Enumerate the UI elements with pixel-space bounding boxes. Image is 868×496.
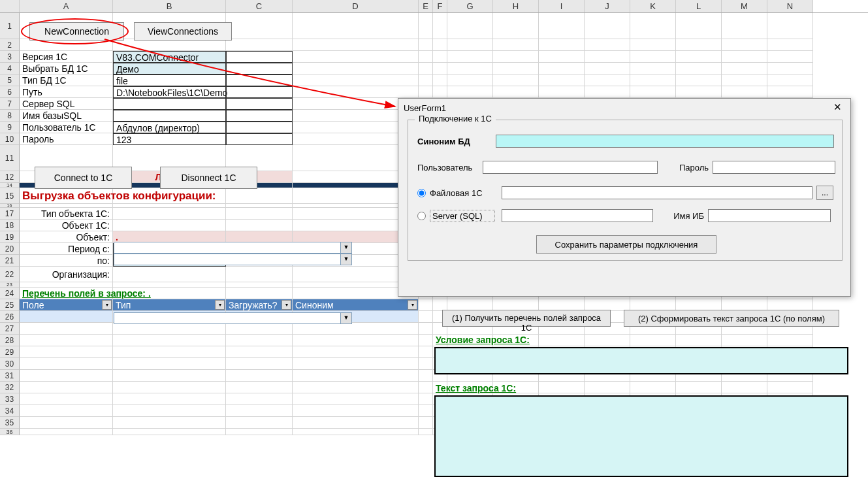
cell[interactable] <box>433 63 447 74</box>
password-input[interactable] <box>713 161 835 174</box>
col-header-B[interactable]: B <box>113 0 226 12</box>
cell[interactable] <box>493 51 539 63</box>
cell[interactable] <box>585 39 630 51</box>
col-type[interactable]: Тип▾ <box>113 299 226 311</box>
user-input[interactable] <box>483 161 658 174</box>
cell[interactable] <box>226 282 293 288</box>
cell[interactable] <box>676 63 722 74</box>
filter-icon[interactable]: ▾ <box>408 300 417 310</box>
col-synonym[interactable]: Синоним▾ <box>293 299 419 311</box>
cell[interactable] <box>767 86 813 98</box>
row-number[interactable]: 28 <box>0 335 20 346</box>
cell[interactable] <box>767 51 813 63</box>
dropdown-icon[interactable]: ▼ <box>340 313 351 323</box>
cell[interactable] <box>20 405 113 417</box>
cell[interactable] <box>293 323 419 335</box>
cell[interactable] <box>419 51 433 63</box>
cell[interactable] <box>226 405 293 417</box>
cell[interactable] <box>539 335 585 346</box>
cell[interactable] <box>226 208 293 220</box>
cell[interactable] <box>226 417 293 429</box>
cell[interactable] <box>113 188 226 204</box>
synonym-input[interactable] <box>496 135 834 148</box>
row-number[interactable]: 12 <box>0 171 20 183</box>
row-number[interactable]: 6 <box>0 86 20 98</box>
cell[interactable] <box>226 86 293 98</box>
row-number[interactable]: 14 <box>0 183 20 188</box>
label-period-from[interactable]: Период с: <box>20 243 113 255</box>
cell[interactable] <box>433 74 447 86</box>
label-obj-type[interactable]: Тип объекта 1С: <box>20 208 113 220</box>
cell[interactable] <box>226 358 293 370</box>
cell[interactable] <box>447 51 493 63</box>
cell[interactable] <box>419 63 433 74</box>
cell[interactable] <box>226 63 293 74</box>
cell[interactable] <box>493 63 539 74</box>
cell[interactable] <box>226 51 293 63</box>
row-number[interactable]: 8 <box>0 110 20 122</box>
org-dropdown[interactable]: ▼ <box>114 312 352 324</box>
label-org[interactable]: Организация: <box>20 267 113 282</box>
make-query-button[interactable]: (2) Сформировать текст запроса 1С (по по… <box>624 310 839 327</box>
value-user[interactable]: Абдулов (директор) <box>113 122 226 133</box>
corner-cell[interactable] <box>0 0 20 12</box>
cell[interactable] <box>293 39 419 51</box>
cell[interactable] <box>113 288 226 299</box>
cell[interactable] <box>20 335 113 346</box>
cell[interactable] <box>226 133 293 145</box>
cell[interactable] <box>226 267 293 282</box>
cell[interactable] <box>767 13 813 39</box>
cell[interactable] <box>226 288 293 299</box>
row-number[interactable]: 29 <box>0 346 20 358</box>
db-name-input[interactable] <box>708 209 831 222</box>
col-header-D[interactable]: D <box>293 0 419 12</box>
cell[interactable] <box>539 86 585 98</box>
cell[interactable] <box>433 86 447 98</box>
cell[interactable] <box>539 63 585 74</box>
cell[interactable] <box>493 86 539 98</box>
cell[interactable] <box>419 405 433 417</box>
cell[interactable] <box>722 335 767 346</box>
row-number[interactable]: 5 <box>0 74 20 86</box>
cell[interactable] <box>447 39 493 51</box>
cell[interactable] <box>20 39 113 51</box>
cell[interactable] <box>226 98 293 110</box>
label-path[interactable]: Путь <box>20 86 113 98</box>
cell[interactable] <box>419 358 433 370</box>
cell[interactable] <box>226 370 293 382</box>
cell[interactable] <box>419 299 433 311</box>
cell[interactable] <box>20 311 113 323</box>
row-number[interactable]: 24 <box>0 288 20 299</box>
cell[interactable] <box>20 382 113 393</box>
cell[interactable] <box>767 382 813 393</box>
cell[interactable] <box>630 382 676 393</box>
cell[interactable] <box>419 370 433 382</box>
cell[interactable] <box>113 370 226 382</box>
cell[interactable] <box>293 405 419 417</box>
row-number[interactable]: 3 <box>0 51 20 63</box>
row-number[interactable]: 23 <box>0 282 20 288</box>
cell[interactable] <box>493 13 539 39</box>
row-number[interactable]: 1 <box>0 13 20 39</box>
cell[interactable] <box>722 51 767 63</box>
cell[interactable] <box>539 382 585 393</box>
cell[interactable] <box>767 39 813 51</box>
col-header-A[interactable]: A <box>20 0 113 12</box>
cell[interactable] <box>630 335 676 346</box>
cell[interactable] <box>676 39 722 51</box>
cell[interactable] <box>113 282 226 288</box>
label-sql-db[interactable]: Имя базыSQL <box>20 110 113 122</box>
value-version[interactable]: V83.COMConnector <box>113 51 226 63</box>
cell[interactable] <box>447 74 493 86</box>
cell[interactable] <box>419 417 433 429</box>
col-header-G[interactable]: G <box>447 0 493 12</box>
cell[interactable] <box>419 74 433 86</box>
cell[interactable] <box>419 346 433 358</box>
row-number[interactable]: 25 <box>0 299 20 311</box>
obj-type-dropdown[interactable]: ▼ <box>114 242 352 254</box>
cell[interactable] <box>293 86 419 98</box>
cell[interactable] <box>676 13 722 39</box>
cell[interactable] <box>293 429 419 435</box>
cell[interactable] <box>585 86 630 98</box>
col-header-J[interactable]: J <box>585 0 630 12</box>
